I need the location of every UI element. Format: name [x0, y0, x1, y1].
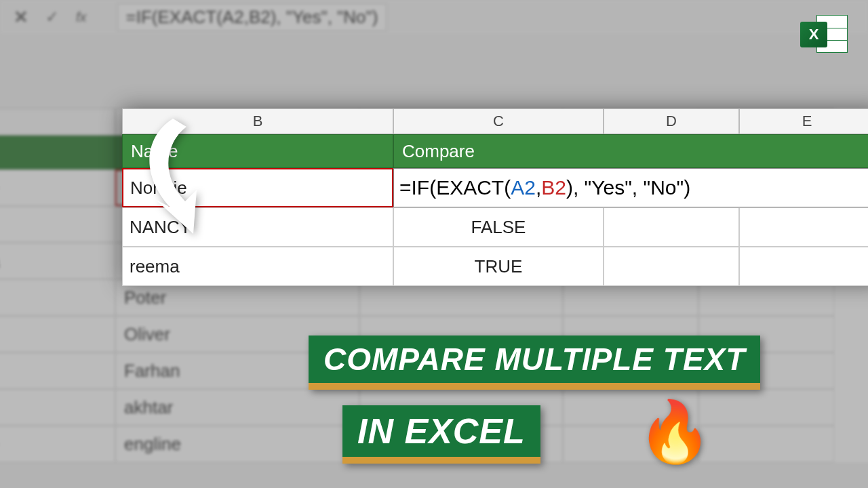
column-header-e-focus[interactable]: E — [739, 108, 868, 134]
formula-ref-a2: A2 — [511, 176, 536, 199]
column-header-c-focus[interactable]: C — [393, 108, 604, 134]
column-header-d-focus[interactable]: D — [604, 108, 739, 134]
cell[interactable] — [604, 247, 739, 286]
cell-c4-focus[interactable]: TRUE — [393, 247, 604, 286]
title-banner-line2: IN EXCEL — [342, 405, 540, 464]
cell-c3-focus[interactable]: FALSE — [393, 207, 604, 247]
formula-comma: , — [536, 176, 541, 199]
header-compare-focus[interactable]: Compare — [393, 134, 868, 168]
formula-text-suffix: ), "Yes", "No") — [566, 176, 690, 199]
excel-logo-icon: X — [800, 12, 848, 56]
excel-logo-letter: X — [800, 22, 827, 47]
title-banner-line1: COMPARE MULTIPLE TEXT — [309, 336, 760, 390]
formula-ref-b2: B2 — [541, 176, 566, 199]
cell[interactable] — [604, 207, 739, 247]
arrow-icon — [119, 112, 254, 237]
cell-b4-focus[interactable]: reema — [122, 247, 393, 286]
formula-text-prefix: =IF(EXACT( — [399, 176, 511, 199]
cell-c2-formula[interactable]: =IF(EXACT(A2,B2), "Yes", "No") — [393, 168, 868, 207]
cell[interactable] — [739, 247, 868, 286]
fire-icon: 🔥 — [637, 396, 712, 466]
cell[interactable] — [739, 207, 868, 247]
